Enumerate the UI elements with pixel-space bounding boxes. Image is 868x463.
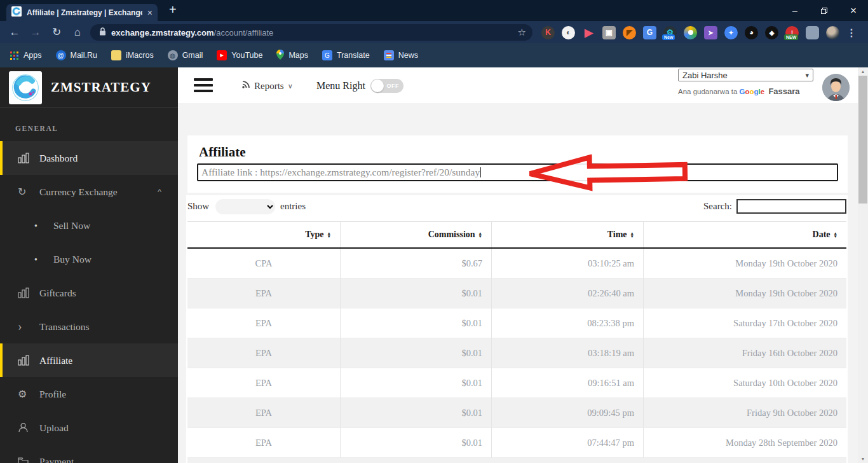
zmstrategy-logo-icon xyxy=(9,71,42,104)
brand-block[interactable]: ZMSTRATEGY xyxy=(0,67,178,108)
sidebar-item-label: Payment xyxy=(39,456,74,463)
sidebar-item-sell-now[interactable]: ● Sell Now xyxy=(0,209,178,242)
reload-button[interactable]: ↻ xyxy=(47,21,66,43)
tab-title: Affiliate | Zmstrategy | Exchange xyxy=(27,8,142,17)
cell-date: Monday 28th September 2020 xyxy=(643,428,846,458)
extension-icon[interactable]: ▶ xyxy=(582,26,595,39)
cell-commission: $0.01 xyxy=(340,338,491,368)
bookmark-star-icon[interactable]: ☆ xyxy=(518,27,526,38)
extension-icon[interactable]: K xyxy=(541,26,555,39)
restore-button[interactable] xyxy=(810,0,839,21)
lock-icon xyxy=(99,27,106,38)
bookmark-maps[interactable]: Maps xyxy=(276,50,308,62)
bookmark-translate[interactable]: G Translate xyxy=(322,50,370,60)
bookmark-label: Translate xyxy=(337,51,370,60)
bookmark-apps[interactable]: Apps xyxy=(9,50,42,60)
extension-icon[interactable]: ◕ xyxy=(745,26,758,39)
close-button[interactable]: × xyxy=(839,0,868,21)
user-avatar[interactable] xyxy=(822,74,850,101)
bar-chart-icon xyxy=(18,355,39,366)
brand-name: ZMSTRATEGY xyxy=(51,79,151,95)
tab-close-icon[interactable]: × xyxy=(147,8,153,18)
language-select[interactable]: Zabi Harshe ▾ xyxy=(678,69,813,81)
scrollbar-thumb[interactable] xyxy=(858,76,867,204)
browser-tab[interactable]: Affiliate | Zmstrategy | Exchange × xyxy=(6,4,158,21)
sidebar-item-profile[interactable]: ⚙ Profile xyxy=(0,377,178,411)
cell-time: 07:44:47 pm xyxy=(491,428,643,458)
sidebar-item-transactions[interactable]: › Transactions xyxy=(0,310,178,343)
cell-commission: $0.01 xyxy=(340,398,491,428)
page-title: Affiliate xyxy=(199,144,245,160)
column-header-date[interactable]: Date▲▼ xyxy=(643,222,846,247)
extension-icon[interactable]: ✦ xyxy=(724,26,738,39)
search-label: Search: xyxy=(703,201,732,212)
forward-button[interactable]: → xyxy=(26,21,45,43)
globe-icon: ◍ xyxy=(168,50,178,60)
sidebar-item-upload[interactable]: Upload xyxy=(0,411,178,445)
minimize-button[interactable]: – xyxy=(780,0,810,21)
sidebar-item-dashbord[interactable]: Dashbord xyxy=(0,141,178,175)
extension-icon[interactable]: ◈ xyxy=(765,26,778,39)
back-button[interactable]: ← xyxy=(5,21,24,43)
scroll-up-arrow[interactable]: ▲ xyxy=(858,67,868,76)
menu-right-toggle[interactable]: OFF xyxy=(370,79,403,93)
toggle-knob xyxy=(371,79,384,92)
bookmark-mailru[interactable]: @ Mail.Ru xyxy=(56,50,97,60)
cell-commission: $0.01 xyxy=(340,368,491,398)
cell-type: EPA xyxy=(187,398,340,428)
bookmark-label: News xyxy=(398,51,418,60)
extension-new-badge: NEW xyxy=(784,34,798,40)
cell-time: 08:23:38 pm xyxy=(491,308,643,338)
bookmark-news[interactable]: News xyxy=(384,50,418,60)
cell-time: 03:10:25 am xyxy=(491,249,643,279)
search-input[interactable] xyxy=(736,199,846,214)
bar-chart-icon xyxy=(18,287,39,298)
extension-icon[interactable]: G xyxy=(643,26,656,39)
sidebar-item-affiliate[interactable]: Affiliate xyxy=(0,343,178,377)
affiliate-link-input[interactable]: Affiliate link : https://exchange.zmstra… xyxy=(197,163,838,181)
language-select-value: Zabi Harshe xyxy=(682,71,728,80)
hamburger-menu-icon[interactable] xyxy=(194,78,213,95)
browser-menu-icon[interactable]: ⋮ xyxy=(846,27,857,39)
new-tab-button[interactable]: + xyxy=(169,3,177,17)
extension-icon[interactable]: ▣ xyxy=(602,26,616,39)
cell-commission: $0.67 xyxy=(340,249,491,279)
entries-select[interactable] xyxy=(215,199,275,214)
sidebar-item-currency-exchange[interactable]: ↻ Currency Exchange ^ xyxy=(0,175,178,209)
home-button[interactable]: ⌂ xyxy=(68,21,87,43)
bookmark-youtube[interactable]: ▶ YouTube xyxy=(217,50,262,60)
cell-date: Friday 9th October 2020 xyxy=(643,398,846,428)
extension-icon[interactable]: ◐ xyxy=(562,26,575,39)
sidebar-item-giftcards[interactable]: Giftcards xyxy=(0,276,178,310)
entries-label: entries xyxy=(280,201,306,212)
sort-icon: ▲▼ xyxy=(478,232,482,238)
column-header-commission[interactable]: Commission▲▼ xyxy=(340,222,491,247)
menu-right-control: Menu Right OFF xyxy=(316,79,403,93)
extension-icon[interactable]: !NEW xyxy=(785,26,799,39)
puzzle-extensions-icon[interactable] xyxy=(806,26,819,39)
table-row: EPA $0.01 02:26:40 am Monday 19th Octobe… xyxy=(187,279,846,308)
news-icon xyxy=(384,50,394,60)
extension-icon[interactable]: ◤ xyxy=(623,26,636,39)
sidebar-item-label: Giftcards xyxy=(39,287,76,299)
reports-menu[interactable]: Reports ∨ xyxy=(241,80,293,92)
table-controls: Show entries Search: xyxy=(186,199,848,216)
cell-commission: $0.01 xyxy=(340,308,491,338)
bookmark-gmail[interactable]: ◍ Gmail xyxy=(168,50,203,60)
bar-chart-icon xyxy=(18,153,39,163)
restore-icon xyxy=(821,8,827,14)
extension-icon[interactable]: ⚙New xyxy=(663,26,677,39)
bookmark-imacros[interactable]: iMacros xyxy=(111,50,154,60)
column-header-time[interactable]: Time▲▼ xyxy=(491,222,643,247)
page-scrollbar: ▲ ▼ xyxy=(858,67,868,463)
sidebar-item-buy-now[interactable]: ● Buy Now xyxy=(0,242,178,276)
scroll-down-arrow[interactable]: ▼ xyxy=(858,455,868,463)
bookmark-label: Apps xyxy=(24,51,42,60)
sidebar-item-payment[interactable]: Payment xyxy=(0,445,178,463)
extension-icon[interactable] xyxy=(684,26,697,39)
table-header-row: Type▲▼ Commission▲▼ Time▲▼ Date▲▼ xyxy=(187,221,846,249)
browser-profile-avatar[interactable] xyxy=(826,26,839,39)
extension-icon[interactable]: ➤ xyxy=(704,26,717,39)
column-header-type[interactable]: Type▲▼ xyxy=(187,222,340,247)
address-bar[interactable]: exchange.zmstrategy.com/account/affiliat… xyxy=(90,24,532,41)
